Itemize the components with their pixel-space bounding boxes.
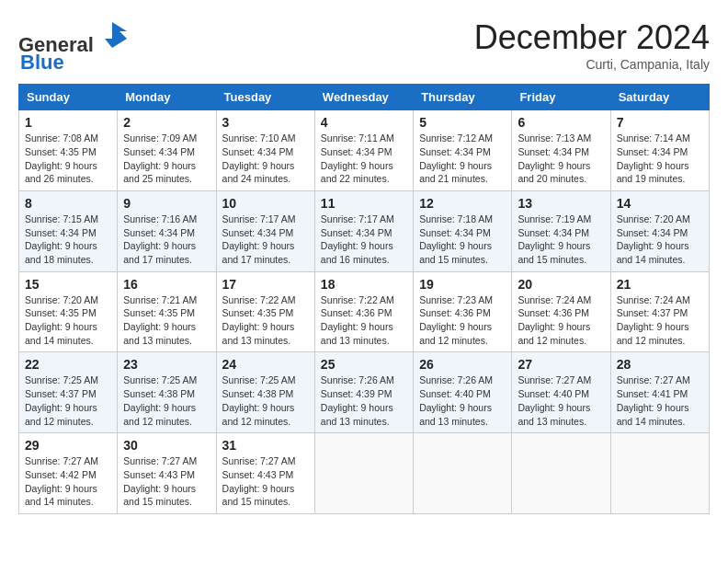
calendar-cell: 19 Sunrise: 7:23 AM Sunset: 4:36 PM Dayl… [414, 271, 512, 352]
day-info: Sunrise: 7:08 AM Sunset: 4:35 PM Dayligh… [25, 132, 111, 186]
day-info: Sunrise: 7:15 AM Sunset: 4:34 PM Dayligh… [25, 213, 111, 267]
day-number: 22 [25, 357, 111, 372]
day-number: 10 [222, 196, 309, 211]
day-info: Sunrise: 7:27 AM Sunset: 4:43 PM Dayligh… [123, 454, 210, 509]
header-friday: Friday [512, 85, 610, 110]
calendar-cell: 14 Sunrise: 7:20 AM Sunset: 4:34 PM Dayl… [610, 190, 709, 271]
day-number: 29 [25, 438, 111, 453]
day-number: 5 [419, 115, 506, 130]
day-number: 30 [123, 438, 210, 453]
title-block: December 2024 Curti, Campania, Italy [474, 18, 710, 72]
day-info: Sunrise: 7:10 AM Sunset: 4:34 PM Dayligh… [222, 132, 309, 186]
day-info: Sunrise: 7:20 AM Sunset: 4:34 PM Dayligh… [617, 213, 703, 267]
calendar-cell: 1 Sunrise: 7:08 AM Sunset: 4:35 PM Dayli… [19, 110, 118, 191]
day-number: 17 [222, 277, 309, 292]
calendar-cell: 21 Sunrise: 7:24 AM Sunset: 4:37 PM Dayl… [610, 271, 709, 352]
svg-marker-0 [105, 22, 127, 48]
calendar-cell: 24 Sunrise: 7:25 AM Sunset: 4:38 PM Dayl… [216, 352, 314, 433]
calendar-cell [314, 433, 413, 514]
logo: General Blue [18, 18, 129, 75]
day-number: 12 [419, 196, 506, 211]
calendar-cell: 3 Sunrise: 7:10 AM Sunset: 4:34 PM Dayli… [216, 110, 314, 191]
header-saturday: Saturday [610, 85, 709, 110]
day-number: 4 [321, 115, 407, 130]
day-info: Sunrise: 7:25 AM Sunset: 4:38 PM Dayligh… [222, 373, 309, 428]
calendar-cell: 2 Sunrise: 7:09 AM Sunset: 4:34 PM Dayli… [118, 110, 216, 191]
day-number: 1 [25, 115, 111, 130]
day-number: 6 [518, 115, 604, 130]
day-info: Sunrise: 7:22 AM Sunset: 4:35 PM Dayligh… [222, 293, 309, 348]
day-number: 14 [617, 196, 703, 211]
day-info: Sunrise: 7:19 AM Sunset: 4:34 PM Dayligh… [518, 213, 604, 267]
calendar-cell: 30 Sunrise: 7:27 AM Sunset: 4:43 PM Dayl… [118, 433, 216, 514]
week-row-5: 29 Sunrise: 7:27 AM Sunset: 4:42 PM Dayl… [19, 433, 710, 514]
day-number: 9 [123, 196, 210, 211]
calendar-cell: 5 Sunrise: 7:12 AM Sunset: 4:34 PM Dayli… [414, 110, 512, 191]
calendar-cell: 20 Sunrise: 7:24 AM Sunset: 4:36 PM Dayl… [512, 271, 610, 352]
day-number: 8 [25, 196, 111, 211]
calendar-cell: 6 Sunrise: 7:13 AM Sunset: 4:34 PM Dayli… [512, 110, 610, 191]
day-number: 28 [617, 357, 703, 372]
day-info: Sunrise: 7:17 AM Sunset: 4:34 PM Dayligh… [321, 213, 407, 267]
day-info: Sunrise: 7:26 AM Sunset: 4:40 PM Dayligh… [419, 373, 506, 428]
calendar-cell: 4 Sunrise: 7:11 AM Sunset: 4:34 PM Dayli… [314, 110, 413, 191]
calendar-cell: 8 Sunrise: 7:15 AM Sunset: 4:34 PM Dayli… [19, 190, 118, 271]
calendar-cell: 26 Sunrise: 7:26 AM Sunset: 4:40 PM Dayl… [414, 352, 512, 433]
day-info: Sunrise: 7:12 AM Sunset: 4:34 PM Dayligh… [419, 132, 506, 186]
calendar-cell: 11 Sunrise: 7:17 AM Sunset: 4:34 PM Dayl… [314, 190, 413, 271]
day-number: 31 [222, 438, 309, 453]
day-info: Sunrise: 7:24 AM Sunset: 4:37 PM Dayligh… [617, 293, 703, 348]
header-monday: Monday [118, 85, 216, 110]
day-info: Sunrise: 7:25 AM Sunset: 4:37 PM Dayligh… [25, 373, 111, 428]
day-number: 25 [321, 357, 407, 372]
page-header: General Blue December 2024 Curti, Campan… [18, 18, 710, 75]
day-info: Sunrise: 7:21 AM Sunset: 4:35 PM Dayligh… [123, 293, 210, 348]
calendar-cell: 13 Sunrise: 7:19 AM Sunset: 4:34 PM Dayl… [512, 190, 610, 271]
day-info: Sunrise: 7:22 AM Sunset: 4:36 PM Dayligh… [321, 293, 407, 348]
calendar-cell: 31 Sunrise: 7:27 AM Sunset: 4:43 PM Dayl… [216, 433, 314, 514]
day-number: 20 [518, 277, 604, 292]
day-number: 23 [123, 357, 210, 372]
day-info: Sunrise: 7:23 AM Sunset: 4:36 PM Dayligh… [419, 293, 506, 348]
calendar-cell: 15 Sunrise: 7:20 AM Sunset: 4:35 PM Dayl… [19, 271, 118, 352]
calendar-cell: 27 Sunrise: 7:27 AM Sunset: 4:40 PM Dayl… [512, 352, 610, 433]
calendar-cell: 23 Sunrise: 7:25 AM Sunset: 4:38 PM Dayl… [118, 352, 216, 433]
week-row-3: 15 Sunrise: 7:20 AM Sunset: 4:35 PM Dayl… [19, 271, 710, 352]
day-number: 26 [419, 357, 506, 372]
day-info: Sunrise: 7:16 AM Sunset: 4:34 PM Dayligh… [123, 213, 210, 267]
calendar-cell [512, 433, 610, 514]
calendar-table: SundayMondayTuesdayWednesdayThursdayFrid… [18, 84, 710, 514]
day-info: Sunrise: 7:24 AM Sunset: 4:36 PM Dayligh… [518, 293, 604, 348]
day-info: Sunrise: 7:20 AM Sunset: 4:35 PM Dayligh… [25, 293, 111, 348]
day-number: 18 [321, 277, 407, 292]
day-info: Sunrise: 7:27 AM Sunset: 4:43 PM Dayligh… [222, 454, 309, 509]
calendar-cell: 7 Sunrise: 7:14 AM Sunset: 4:34 PM Dayli… [610, 110, 709, 191]
day-number: 15 [25, 277, 111, 292]
month-title: December 2024 [474, 18, 710, 57]
calendar-cell: 22 Sunrise: 7:25 AM Sunset: 4:37 PM Dayl… [19, 352, 118, 433]
calendar-cell: 9 Sunrise: 7:16 AM Sunset: 4:34 PM Dayli… [118, 190, 216, 271]
day-number: 2 [123, 115, 210, 130]
calendar-cell: 18 Sunrise: 7:22 AM Sunset: 4:36 PM Dayl… [314, 271, 413, 352]
calendar-cell [414, 433, 512, 514]
day-info: Sunrise: 7:13 AM Sunset: 4:34 PM Dayligh… [518, 132, 604, 186]
calendar-cell: 12 Sunrise: 7:18 AM Sunset: 4:34 PM Dayl… [414, 190, 512, 271]
day-info: Sunrise: 7:25 AM Sunset: 4:38 PM Dayligh… [123, 373, 210, 428]
day-info: Sunrise: 7:09 AM Sunset: 4:34 PM Dayligh… [123, 132, 210, 186]
calendar-cell [610, 433, 709, 514]
day-info: Sunrise: 7:17 AM Sunset: 4:34 PM Dayligh… [222, 213, 309, 267]
day-number: 24 [222, 357, 309, 372]
week-row-4: 22 Sunrise: 7:25 AM Sunset: 4:37 PM Dayl… [19, 352, 710, 433]
day-info: Sunrise: 7:27 AM Sunset: 4:40 PM Dayligh… [518, 373, 604, 428]
header-wednesday: Wednesday [314, 85, 413, 110]
day-info: Sunrise: 7:14 AM Sunset: 4:34 PM Dayligh… [617, 132, 703, 186]
day-number: 11 [321, 196, 407, 211]
calendar-cell: 16 Sunrise: 7:21 AM Sunset: 4:35 PM Dayl… [118, 271, 216, 352]
day-info: Sunrise: 7:11 AM Sunset: 4:34 PM Dayligh… [321, 132, 407, 186]
day-number: 19 [419, 277, 506, 292]
day-info: Sunrise: 7:18 AM Sunset: 4:34 PM Dayligh… [419, 213, 506, 267]
day-number: 3 [222, 115, 309, 130]
day-info: Sunrise: 7:26 AM Sunset: 4:39 PM Dayligh… [321, 373, 407, 428]
header-tuesday: Tuesday [216, 85, 314, 110]
logo-bird-icon [96, 18, 129, 52]
